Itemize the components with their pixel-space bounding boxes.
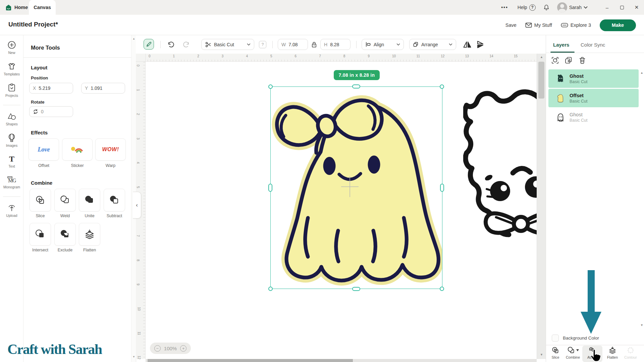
layer-row-ghost-bottom[interactable]: Ghost Basic Cut [548,109,639,126]
home-icon [5,4,12,11]
canvas-vertical-scrollbar[interactable]: ▲ ▼ [537,54,546,359]
canvas[interactable]: 7.08 in x 8.28 in − 100% + [136,54,537,359]
layer-row-offset[interactable]: Offset Basic Cut [548,89,639,107]
tab-home[interactable]: Home [5,0,28,15]
layer-row-ghost-top[interactable]: Ghost Basic Cut [548,69,639,88]
height-input[interactable]: H 8.28 [320,39,351,50]
combine-subtract-button[interactable] [104,189,125,212]
save-button[interactable]: Save [505,22,517,28]
sidebar-item-upload[interactable]: Upload [0,204,23,218]
shapes-icon [7,113,16,121]
scroll-up-icon[interactable]: ▲ [540,55,543,59]
combine-unite-button[interactable] [79,189,100,212]
chevron-down-icon [449,43,452,46]
maximize-button[interactable] [614,0,629,15]
horizontal-scroll-thumb[interactable] [148,359,353,362]
rotate-icon [33,109,38,114]
titlebar: Home Canvas ••• Help ? Sarah – ✕ [0,0,644,15]
combine-intersect-button[interactable] [30,223,51,246]
delete-button[interactable] [578,56,587,65]
combine-exclude-button[interactable] [54,223,76,246]
vertical-scroll-thumb[interactable] [538,62,544,99]
tab-color-sync[interactable]: Color Sync [581,42,605,48]
sidebar-item-monogram[interactable]: MG Monogram [0,176,23,189]
make-button[interactable]: Make [600,19,636,31]
combine-intersect-label: Intersect [30,248,51,252]
effect-sticker-button[interactable] [62,138,93,161]
zoom-in-button[interactable]: + [180,345,186,352]
sidebar-item-images[interactable]: Images [0,133,23,147]
my-stuff-button[interactable]: My Stuff [525,22,552,28]
duplicate-button[interactable] [564,56,573,65]
combine-heading: Combine [31,180,52,186]
selection-handle-right[interactable] [440,184,444,192]
background-color-checkbox[interactable] [552,335,559,342]
position-y-input[interactable]: Y 1.091 [81,83,125,94]
draw-tool-button[interactable] [144,39,154,50]
layer-name: Ghost [570,112,588,117]
scroll-down-icon[interactable]: ▼ [132,355,135,358]
position-x-input[interactable]: X 5.219 [29,83,73,94]
selection-handle-bottom-left[interactable] [268,287,273,291]
undo-button[interactable] [166,40,176,50]
panel-collapse-button[interactable]: ‹ [133,192,141,219]
notifications-button[interactable] [543,4,550,11]
account-menu[interactable]: Sarah [557,2,588,12]
header: Untitled Project* Save My Stuff Explore … [0,15,644,35]
redo-button[interactable] [181,40,191,50]
shirt-icon [7,62,16,71]
selection-handle-bottom[interactable] [352,287,360,291]
sidebar-item-projects[interactable]: Projects [0,83,23,98]
select-all-button[interactable] [551,56,559,65]
operation-dropdown[interactable]: Basic Cut [201,39,254,50]
flip-vertical-button[interactable] [475,40,485,50]
monogram-icon: MG [7,176,17,184]
lock-ratio-button[interactable] [310,40,318,50]
width-input[interactable]: W 7.08 [278,39,308,50]
overflow-menu-button[interactable]: ••• [501,5,508,10]
layers-scroll-down-icon[interactable]: ▼ [640,323,643,327]
selection-handle-top-right[interactable] [440,84,444,89]
minimize-button[interactable]: – [600,0,614,15]
ghost-outline-artwork[interactable] [463,83,537,244]
annotation-arrow [588,270,595,312]
sidebar-item-new[interactable]: New [0,41,23,55]
selection-bounding-box[interactable] [270,86,442,289]
machine-select-button[interactable]: Explore 3 [561,22,591,28]
horizontal-ruler: 0123456789101112131415 [136,54,537,62]
canvas-horizontal-scrollbar[interactable] [146,359,537,362]
close-button[interactable]: ✕ [629,0,644,15]
rotate-input[interactable]: 0 [29,106,73,117]
action-combine[interactable]: Combine [564,346,582,359]
layer-thumbnail-ghost [556,74,565,84]
sidebar-item-shapes[interactable]: Shapes [0,113,23,126]
arrange-dropdown[interactable]: Arrange [409,39,456,50]
user-name: Sarah [569,5,582,10]
effect-warp-button[interactable]: WOW! [95,138,126,161]
selection-handle-bottom-right[interactable] [440,287,444,291]
selection-handle-top[interactable] [352,84,360,88]
selection-handle-left[interactable] [268,184,272,192]
flip-horizontal-button[interactable] [462,40,472,50]
help-button[interactable]: Help ? [518,4,536,11]
svg-text:G: G [12,178,16,183]
scroll-down-icon[interactable]: ▼ [540,353,543,356]
align-dropdown[interactable]: Align [362,39,404,50]
selection-handle-top-left[interactable] [268,84,273,89]
sidebar-item-text[interactable]: T Text [0,155,23,168]
zoom-out-button[interactable]: − [154,345,161,352]
tab-layers[interactable]: Layers [553,42,569,48]
combine-slice-button[interactable] [30,189,51,212]
effect-warp-label: Warp [95,163,126,168]
sidebar-item-templates[interactable]: Templates [0,62,23,76]
combine-weld-button[interactable] [54,189,76,212]
operation-hint-badge[interactable]: ? [259,41,266,48]
height-value: 8.28 [330,42,339,47]
scroll-up-icon[interactable]: ▲ [132,37,135,40]
tab-canvas[interactable]: Canvas [29,0,56,15]
effect-offset-button[interactable]: Love [29,138,59,161]
combine-flatten-button[interactable] [79,223,100,246]
action-slice[interactable]: Slice [547,346,564,359]
action-flatten[interactable]: Flatten [604,346,621,359]
layers-scroll-up-icon[interactable]: ▲ [640,71,643,74]
